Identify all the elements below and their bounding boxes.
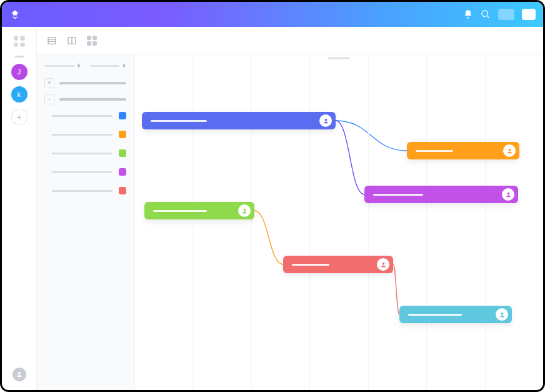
color-swatch bbox=[119, 187, 126, 194]
color-swatch bbox=[119, 112, 126, 119]
topbar bbox=[2, 2, 543, 27]
grid-line bbox=[426, 54, 427, 390]
topbar-actions bbox=[463, 9, 536, 20]
filter-b[interactable]: ▲▼ bbox=[90, 63, 127, 68]
body: J k + ▲▼ ▲▼ bbox=[2, 27, 543, 390]
task-label bbox=[52, 171, 112, 173]
assignee-icon[interactable] bbox=[319, 114, 332, 127]
grid-line bbox=[309, 54, 310, 390]
task-label bbox=[52, 190, 112, 192]
gantt-bar[interactable] bbox=[399, 306, 512, 323]
bar-label bbox=[416, 150, 453, 152]
bar-label bbox=[151, 120, 207, 122]
assignee-icon[interactable] bbox=[238, 204, 251, 217]
assignee-icon[interactable] bbox=[496, 308, 508, 321]
gantt-bar[interactable] bbox=[283, 256, 393, 273]
gantt-bar[interactable] bbox=[407, 142, 519, 159]
add-member-button[interactable]: + bbox=[11, 109, 28, 125]
filter-row: ▲▼ ▲▼ bbox=[44, 63, 126, 68]
app-frame: J k + ▲▼ ▲▼ bbox=[0, 0, 545, 392]
avatar-k[interactable]: k bbox=[11, 86, 28, 103]
bell-icon[interactable] bbox=[463, 9, 473, 19]
task-row[interactable] bbox=[44, 187, 126, 194]
main: ▲▼ ▲▼ + − bbox=[37, 54, 543, 390]
gantt-bar[interactable] bbox=[142, 112, 336, 129]
task-group-2: − bbox=[44, 94, 126, 194]
bar-label bbox=[153, 210, 207, 212]
task-label bbox=[52, 153, 112, 154]
list-view-icon[interactable] bbox=[47, 36, 57, 46]
color-swatch bbox=[119, 168, 126, 176]
grid-line bbox=[485, 54, 486, 390]
assignee-icon[interactable] bbox=[503, 144, 516, 157]
task-sidebar: ▲▼ ▲▼ + − bbox=[37, 54, 134, 390]
bar-label bbox=[408, 314, 462, 316]
expand-icon[interactable]: + bbox=[44, 78, 54, 88]
task-row[interactable] bbox=[44, 149, 126, 157]
view-toolbar bbox=[37, 27, 543, 54]
bar-label bbox=[292, 264, 329, 266]
grid-view-icon[interactable] bbox=[87, 36, 97, 46]
task-group-1: + bbox=[44, 78, 126, 88]
gantt-timeline[interactable] bbox=[134, 54, 543, 390]
svg-rect-0 bbox=[48, 37, 56, 44]
apps-icon[interactable] bbox=[14, 36, 25, 47]
grid-line bbox=[251, 54, 252, 390]
assignee-icon[interactable] bbox=[377, 258, 389, 271]
search-icon[interactable] bbox=[481, 9, 491, 19]
left-rail: J k + bbox=[2, 27, 37, 390]
task-label bbox=[52, 134, 112, 136]
resize-handle[interactable] bbox=[328, 57, 350, 59]
rail-bottom bbox=[12, 368, 26, 381]
grid-line bbox=[134, 54, 135, 390]
color-swatch bbox=[119, 131, 126, 138]
topbar-button-a[interactable] bbox=[498, 9, 514, 20]
dependency-lines bbox=[134, 54, 543, 390]
filter-a[interactable]: ▲▼ bbox=[44, 63, 81, 68]
task-row[interactable] bbox=[44, 112, 126, 119]
profile-icon[interactable] bbox=[12, 368, 26, 381]
task-label bbox=[52, 115, 112, 117]
gantt-bar[interactable] bbox=[364, 186, 518, 203]
rail-divider bbox=[15, 56, 24, 58]
task-list bbox=[44, 112, 126, 194]
gantt-bar[interactable] bbox=[144, 202, 254, 219]
assignee-icon[interactable] bbox=[502, 188, 514, 201]
topbar-button-b[interactable] bbox=[522, 9, 536, 20]
task-row[interactable] bbox=[44, 168, 126, 176]
grid-line bbox=[368, 54, 369, 390]
color-swatch bbox=[119, 149, 126, 157]
task-row[interactable] bbox=[44, 131, 126, 138]
bar-label bbox=[373, 194, 423, 196]
collapse-icon[interactable]: − bbox=[44, 94, 54, 104]
avatar-j[interactable]: J bbox=[11, 64, 28, 80]
group-title bbox=[59, 98, 126, 101]
app-logo bbox=[9, 9, 21, 20]
grid-line bbox=[192, 54, 193, 390]
board-view-icon[interactable] bbox=[67, 36, 77, 46]
content: ▲▼ ▲▼ + − bbox=[37, 27, 543, 390]
group-title bbox=[59, 82, 126, 84]
